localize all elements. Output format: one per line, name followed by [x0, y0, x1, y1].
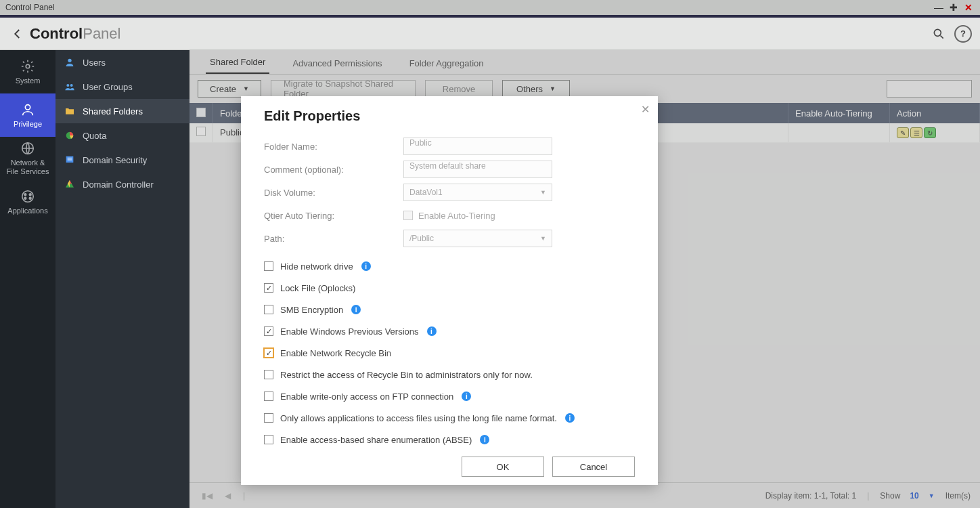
- svg-point-5: [24, 194, 26, 196]
- select-path[interactable]: /Public▼: [403, 230, 552, 247]
- option-restrict[interactable]: Restrict the access of Recycle Bin to ad…: [264, 364, 635, 385]
- input-comment[interactable]: System default share: [403, 161, 552, 178]
- app-header: ControlPanel ?: [0, 18, 980, 50]
- option-label: SMB Encryption: [280, 305, 343, 315]
- option-label: Restrict the access of Recycle Bin to ad…: [280, 370, 533, 380]
- option-label: Only allows applications to access files…: [280, 413, 557, 423]
- label-qtier: Qtier Auto Tiering:: [264, 211, 403, 221]
- svg-point-8: [29, 197, 31, 199]
- option-abse[interactable]: Enable access-based share enumeration (A…: [264, 429, 635, 448]
- modal-close-icon[interactable]: ✕: [641, 103, 650, 116]
- modal-title: Edit Properties: [241, 96, 658, 131]
- modal-body[interactable]: Folder Name: Public Comment (optional): …: [241, 131, 658, 448]
- checkbox-abse[interactable]: [264, 435, 273, 444]
- window-titlebar: Control Panel — ✚ ✕: [0, 0, 980, 15]
- label-folder-name: Folder Name:: [264, 142, 403, 152]
- checkbox-enable-auto-tiering[interactable]: [403, 211, 413, 220]
- checkbox-recycle[interactable]: [264, 348, 273, 358]
- minimize-icon[interactable]: —: [933, 1, 945, 14]
- svg-point-11: [70, 84, 73, 87]
- gear-icon: [20, 59, 35, 74]
- close-icon[interactable]: ✕: [962, 1, 975, 14]
- option-label: Enable access-based share enumeration (A…: [280, 435, 472, 445]
- rail-label: Applications: [7, 207, 47, 215]
- option-label: Enable Windows Previous Versions: [280, 326, 419, 337]
- info-icon[interactable]: i: [351, 305, 361, 314]
- help-icon[interactable]: ?: [954, 25, 972, 43]
- cancel-button[interactable]: Cancel: [552, 457, 635, 477]
- sidebar-item-domain-controller[interactable]: Domain Controller: [55, 172, 190, 196]
- option-recycle[interactable]: Enable Network Recycle Bin: [264, 342, 635, 364]
- label-path: Path:: [264, 234, 403, 244]
- triangle-icon: [64, 178, 76, 190]
- info-icon[interactable]: i: [462, 391, 471, 401]
- svg-point-2: [25, 105, 30, 110]
- rail-applications[interactable]: Applications: [0, 180, 55, 224]
- option-prev[interactable]: Enable Windows Previous Versionsi: [264, 320, 635, 342]
- input-folder-name[interactable]: Public: [403, 137, 552, 155]
- option-label: Enable Network Recycle Bin: [280, 348, 391, 358]
- sidebar-item-shared-folders[interactable]: Shared Folders: [55, 99, 190, 123]
- rail-system[interactable]: System: [0, 50, 55, 93]
- globe-icon: [20, 141, 35, 156]
- sidebar-item-quota[interactable]: Quota: [55, 123, 190, 148]
- person-icon: [64, 56, 76, 68]
- checkbox-restrict[interactable]: [264, 370, 273, 379]
- edit-properties-dialog: ✕ Edit Properties Folder Name: Public Co…: [241, 96, 658, 485]
- option-smb[interactable]: SMB Encryptioni: [264, 299, 635, 320]
- app-title: ControlPanel: [30, 25, 120, 43]
- folder-icon: [64, 105, 76, 117]
- info-icon[interactable]: i: [565, 413, 575, 423]
- maximize-icon[interactable]: ✚: [948, 1, 960, 14]
- checkbox-hide[interactable]: [264, 261, 273, 271]
- rail-privilege[interactable]: Privilege: [0, 93, 55, 137]
- option-lock[interactable]: Lock File (Oplocks): [264, 277, 635, 299]
- info-icon[interactable]: i: [361, 261, 371, 271]
- ok-button[interactable]: OK: [462, 457, 544, 477]
- label-disk-volume: Disk Volume:: [264, 188, 403, 198]
- apps-icon: [20, 189, 35, 204]
- sidebar-item-label: Shared Folders: [83, 106, 143, 117]
- label-comment: Comment (optional):: [264, 165, 403, 175]
- people-icon: [64, 81, 76, 93]
- info-icon[interactable]: i: [427, 326, 437, 336]
- svg-point-10: [66, 84, 69, 87]
- checkbox-lock[interactable]: [264, 283, 273, 293]
- shield-icon: [64, 154, 76, 166]
- option-label: Lock File (Oplocks): [280, 283, 355, 293]
- sidebar-item-label: Domain Security: [83, 155, 147, 165]
- svg-point-7: [24, 197, 26, 199]
- option-hide[interactable]: Hide network drivei: [264, 255, 635, 277]
- checkbox-longfn[interactable]: [264, 413, 273, 423]
- svg-point-9: [68, 59, 71, 62]
- rail-label: Privilege: [14, 120, 42, 128]
- rail-label: Network & File Services: [7, 158, 49, 175]
- back-icon[interactable]: [8, 24, 27, 43]
- option-label: Enable write-only access on FTP connecti…: [280, 391, 453, 402]
- checkbox-smb[interactable]: [264, 305, 273, 314]
- label-enable-auto-tiering: Enable Auto-Tiering: [418, 211, 495, 221]
- icon-rail: System Privilege Network & File Services…: [0, 50, 55, 508]
- svg-point-1: [26, 64, 30, 68]
- sidebar-item-domain-security[interactable]: Domain Security: [55, 148, 190, 172]
- sidebar-item-label: Domain Controller: [83, 179, 154, 190]
- sidebar-item-users[interactable]: Users: [55, 50, 190, 75]
- select-disk-volume[interactable]: DataVol1▼: [403, 184, 552, 201]
- checkbox-ftpwo[interactable]: [264, 391, 273, 401]
- sub-nav: Users User Groups Shared Folders Quota D…: [55, 50, 190, 508]
- sidebar-item-label: Users: [83, 58, 106, 68]
- rail-label: System: [16, 77, 41, 85]
- option-ftpwo[interactable]: Enable write-only access on FTP connecti…: [264, 385, 635, 407]
- option-longfn[interactable]: Only allows applications to access files…: [264, 407, 635, 429]
- rail-network-file-services[interactable]: Network & File Services: [0, 137, 55, 180]
- pie-icon: [64, 129, 76, 142]
- svg-point-6: [29, 194, 31, 196]
- info-icon[interactable]: i: [480, 435, 489, 444]
- caret-down-icon: ▼: [540, 189, 546, 196]
- svg-point-4: [22, 191, 34, 203]
- checkbox-prev[interactable]: [264, 326, 273, 336]
- sidebar-item-user-groups[interactable]: User Groups: [55, 75, 190, 99]
- user-icon: [20, 102, 35, 117]
- window-title: Control Panel: [5, 3, 55, 12]
- search-icon[interactable]: [930, 25, 948, 43]
